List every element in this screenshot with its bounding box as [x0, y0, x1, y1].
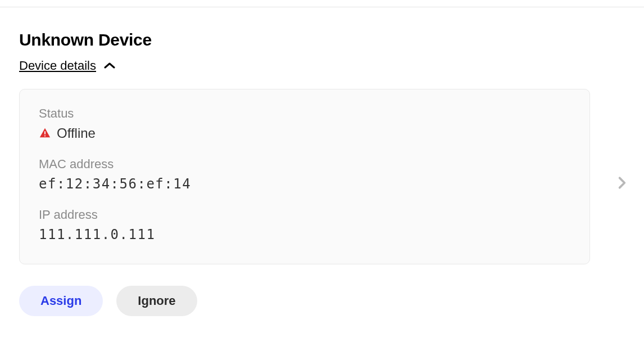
status-value: Offline — [57, 125, 96, 141]
details-card: Status Offline MAC address ef:12:34:56:e… — [19, 89, 590, 264]
ignore-button[interactable]: Ignore — [116, 286, 197, 316]
ip-field: IP address 111.111.0.111 — [39, 208, 570, 242]
svg-rect-0 — [44, 131, 46, 134]
chevron-up-icon — [104, 62, 115, 70]
ip-label: IP address — [39, 208, 570, 222]
details-toggle-label: Device details — [19, 58, 96, 73]
mac-field: MAC address ef:12:34:56:ef:14 — [39, 157, 570, 192]
status-label: Status — [39, 106, 570, 121]
svg-rect-1 — [44, 136, 46, 137]
mac-label: MAC address — [39, 157, 570, 172]
mac-value: ef:12:34:56:ef:14 — [39, 176, 570, 192]
ip-value: 111.111.0.111 — [39, 227, 570, 242]
action-buttons: Assign Ignore — [19, 286, 625, 316]
next-device-button[interactable] — [615, 176, 629, 190]
device-title: Unknown Device — [19, 30, 625, 50]
warning-icon — [39, 127, 51, 140]
device-section: Unknown Device Device details Status Off… — [0, 0, 644, 316]
details-toggle[interactable]: Device details — [19, 58, 115, 73]
assign-button[interactable]: Assign — [19, 286, 103, 316]
status-field: Status Offline — [39, 106, 570, 141]
